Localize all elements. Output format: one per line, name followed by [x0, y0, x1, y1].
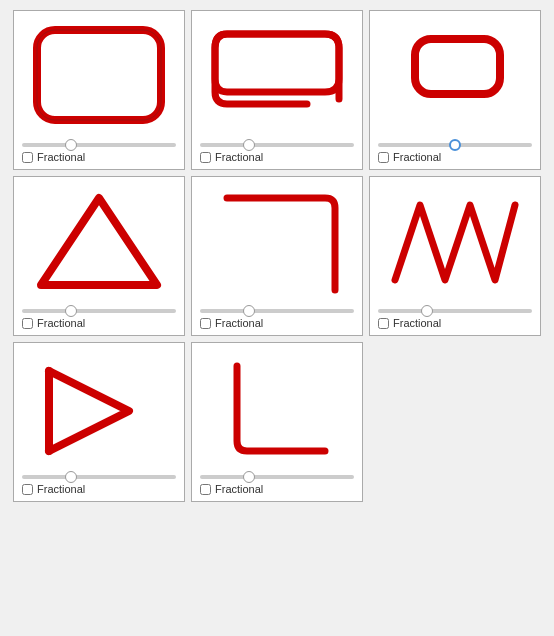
checkbox-row-2: Fractional — [200, 151, 354, 163]
checkbox-row-3: Fractional — [378, 151, 532, 163]
label-8: Fractional — [215, 483, 263, 495]
canvas-zigzag — [378, 185, 532, 305]
slider-6[interactable] — [378, 309, 532, 313]
checkbox-row-1: Fractional — [22, 151, 176, 163]
svg-corner — [207, 356, 347, 466]
card-zigzag: Fractional — [369, 176, 541, 336]
svg-rounded-rect-small — [385, 24, 525, 134]
canvas-rounded-rect-small — [378, 19, 532, 139]
canvas-arrow — [22, 351, 176, 471]
slider-4[interactable] — [22, 309, 176, 313]
checkbox-row-6: Fractional — [378, 317, 532, 329]
svg-arrow — [29, 356, 169, 466]
slider-row-8 — [200, 475, 354, 479]
checkbox-row-5: Fractional — [200, 317, 354, 329]
card-curve: Fractional — [191, 176, 363, 336]
card-corner: Fractional — [191, 342, 363, 502]
card-arrow: Fractional — [13, 342, 185, 502]
slider-8[interactable] — [200, 475, 354, 479]
slider-1[interactable] — [22, 143, 176, 147]
canvas-corner — [200, 351, 354, 471]
checkbox-row-4: Fractional — [22, 317, 176, 329]
svg-marker-3 — [41, 198, 157, 285]
checkbox-2[interactable] — [200, 152, 211, 163]
checkbox-row-8: Fractional — [200, 483, 354, 495]
checkbox-4[interactable] — [22, 318, 33, 329]
slider-row-4 — [22, 309, 176, 313]
card-triangle: Fractional — [13, 176, 185, 336]
checkbox-row-7: Fractional — [22, 483, 176, 495]
label-3: Fractional — [393, 151, 441, 163]
canvas-triangle — [22, 185, 176, 305]
checkbox-3[interactable] — [378, 152, 389, 163]
slider-row-5 — [200, 309, 354, 313]
slider-row-6 — [378, 309, 532, 313]
checkbox-8[interactable] — [200, 484, 211, 495]
canvas-curve — [200, 185, 354, 305]
slider-5[interactable] — [200, 309, 354, 313]
checkbox-6[interactable] — [378, 318, 389, 329]
slider-row-1 — [22, 143, 176, 147]
svg-rounded-rect-partial — [207, 24, 347, 134]
card-rounded-rect-partial: Fractional — [191, 10, 363, 170]
label-4: Fractional — [37, 317, 85, 329]
slider-row-2 — [200, 143, 354, 147]
svg-rounded-rect-full — [29, 24, 169, 134]
card-rounded-rect-full: Fractional — [13, 10, 185, 170]
slider-row-7 — [22, 475, 176, 479]
svg-zigzag — [385, 190, 525, 300]
svg-rect-1 — [37, 30, 161, 120]
canvas-rounded-rect-full — [22, 19, 176, 139]
label-5: Fractional — [215, 317, 263, 329]
slider-3[interactable] — [378, 143, 532, 147]
label-1: Fractional — [37, 151, 85, 163]
slider-7[interactable] — [22, 475, 176, 479]
label-2: Fractional — [215, 151, 263, 163]
checkbox-7[interactable] — [22, 484, 33, 495]
slider-2[interactable] — [200, 143, 354, 147]
checkbox-5[interactable] — [200, 318, 211, 329]
shape-grid: Fractional Fractional — [13, 10, 541, 502]
slider-row-3 — [378, 143, 532, 147]
svg-triangle — [29, 190, 169, 300]
label-7: Fractional — [37, 483, 85, 495]
checkbox-1[interactable] — [22, 152, 33, 163]
canvas-rounded-rect-partial — [200, 19, 354, 139]
svg-rect-0 — [37, 30, 161, 120]
svg-curve — [207, 190, 347, 300]
label-6: Fractional — [393, 317, 441, 329]
card-rounded-rect-small: Fractional — [369, 10, 541, 170]
svg-rect-2 — [415, 39, 500, 94]
